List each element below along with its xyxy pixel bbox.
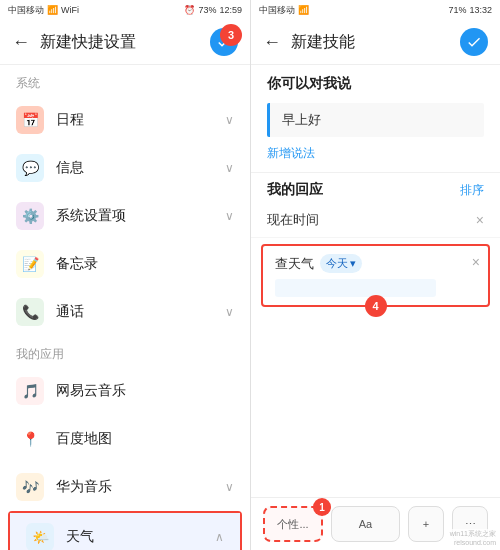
- page-title: 新建快捷设置: [40, 32, 210, 53]
- add-phrase-link[interactable]: 新增说法: [251, 141, 500, 172]
- right-top-bar: ← 新建技能: [251, 20, 500, 65]
- add-text-button[interactable]: Aa: [331, 506, 400, 542]
- response-title: 我的回应: [267, 181, 460, 199]
- call-icon: 📞: [16, 298, 44, 326]
- menu-item-huawei[interactable]: 🎶 华为音乐 ∨: [0, 463, 250, 511]
- r-battery-text: 71%: [448, 5, 466, 15]
- response-row: 查天气 今天 ▾ ×: [275, 254, 476, 273]
- speech-section-title: 你可以对我说: [251, 65, 500, 99]
- badge-4: 4: [365, 295, 387, 317]
- r-page-title: 新建技能: [291, 32, 460, 53]
- speech-phrase: 早上好: [282, 112, 321, 127]
- tag-arrow: ▾: [350, 257, 356, 270]
- response-sub-bar: [275, 279, 436, 297]
- right-panel: 中国移动 📶 71% 13:32 ← 新建技能 你可以对我说 早上好 新增说法 …: [250, 0, 500, 550]
- memo-label: 备忘录: [56, 255, 234, 273]
- today-tag[interactable]: 今天 ▾: [320, 254, 362, 273]
- r-signal-icon: 📶: [298, 5, 309, 15]
- left-panel: 中国移动 📶 WiFi ⏰ 73% 12:59 ← 新建快捷设置 3 系统 📅 …: [0, 0, 250, 550]
- menu-item-baidu[interactable]: 📍 百度地图: [0, 415, 250, 463]
- left-top-bar: ← 新建快捷设置 3: [0, 20, 250, 65]
- response-weather-text: 查天气: [275, 255, 314, 273]
- action-btn-container: 3: [210, 28, 238, 56]
- back-button[interactable]: ←: [12, 32, 30, 53]
- response-item-time[interactable]: 现在时间 ×: [251, 203, 500, 238]
- memo-icon: 📝: [16, 250, 44, 278]
- spacer: [251, 313, 500, 497]
- chevron-icon: ∨: [225, 480, 234, 494]
- chevron-icon: ∨: [225, 161, 234, 175]
- alarm-icon: ⏰: [184, 5, 195, 15]
- calendar-icon: 📅: [16, 106, 44, 134]
- r-time-text: 13:32: [469, 5, 492, 15]
- badge-1: 1: [313, 498, 331, 516]
- left-status-bar: 中国移动 📶 WiFi ⏰ 73% 12:59: [0, 0, 250, 20]
- section-system-label: 系统: [0, 65, 250, 96]
- menu-item-netease[interactable]: 🎵 网易云音乐: [0, 367, 250, 415]
- time-text: 12:59: [219, 5, 242, 15]
- menu-item-sms[interactable]: 💬 信息 ∨: [0, 144, 250, 192]
- remove-time-button[interactable]: ×: [476, 212, 484, 228]
- netease-label: 网易云音乐: [56, 382, 234, 400]
- weather-icon: 🌤️: [26, 523, 54, 550]
- bottom-action-btn[interactable]: +: [408, 506, 444, 542]
- netease-icon: 🎵: [16, 377, 44, 405]
- sort-button[interactable]: 排序: [460, 182, 484, 199]
- chevron-icon: ∨: [225, 209, 234, 223]
- baidu-label: 百度地图: [56, 430, 234, 448]
- r-confirm-button[interactable]: [460, 28, 488, 56]
- baidu-icon: 📍: [16, 425, 44, 453]
- badge-4-container: 4: [365, 295, 387, 317]
- speech-phrase-box: 早上好: [267, 103, 484, 137]
- personalize-label: 个性...: [277, 517, 308, 532]
- settings-icon: ⚙️: [16, 202, 44, 230]
- carrier-text: 中国移动: [8, 4, 44, 17]
- r-status-right: 71% 13:32: [448, 5, 492, 15]
- badge-3: 3: [220, 24, 242, 46]
- bottom-btn-1-container: 个性... 1: [263, 506, 323, 542]
- right-status-bar: 中国移动 📶 71% 13:32: [251, 0, 500, 20]
- chevron-up-icon: ∧: [215, 530, 224, 544]
- menu-item-weather[interactable]: 🌤️ 天气 ∧: [10, 513, 240, 550]
- chevron-icon: ∨: [225, 113, 234, 127]
- today-label: 今天: [326, 256, 348, 271]
- menu-item-calendar[interactable]: 📅 日程 ∨: [0, 96, 250, 144]
- menu-item-memo[interactable]: 📝 备忘录: [0, 240, 250, 288]
- r-back-button[interactable]: ←: [263, 32, 281, 53]
- sms-icon: 💬: [16, 154, 44, 182]
- chevron-icon: ∨: [225, 305, 234, 319]
- response-label-time: 现在时间: [267, 211, 476, 229]
- response-box-weather[interactable]: 查天气 今天 ▾ × 4: [261, 244, 490, 307]
- status-right: ⏰ 73% 12:59: [184, 5, 242, 15]
- wifi-icon: WiFi: [61, 5, 79, 15]
- menu-item-settings[interactable]: ⚙️ 系统设置项 ∨: [0, 192, 250, 240]
- watermark: win11系统之家relsound.com: [450, 529, 496, 546]
- battery-text: 73%: [198, 5, 216, 15]
- section-apps-label: 我的应用: [0, 336, 250, 367]
- response-section-header: 我的回应 排序: [251, 172, 500, 203]
- huawei-icon: 🎶: [16, 473, 44, 501]
- r-carrier-text: 中国移动: [259, 4, 295, 17]
- call-label: 通话: [56, 303, 225, 321]
- settings-label: 系统设置项: [56, 207, 225, 225]
- remove-weather-button[interactable]: ×: [472, 254, 480, 270]
- weather-label: 天气: [66, 528, 215, 546]
- signal-icon: 📶: [47, 5, 58, 15]
- status-left: 中国移动 📶 WiFi: [8, 4, 79, 17]
- weather-expanded-section: 🌤️ 天气 ∧ 查天气: [8, 511, 242, 550]
- sms-label: 信息: [56, 159, 225, 177]
- r-status-left: 中国移动 📶: [259, 4, 309, 17]
- left-content: 系统 📅 日程 ∨ 💬 信息 ∨ ⚙️ 系统设置项 ∨ 📝 备忘录 📞 通话 ∨…: [0, 65, 250, 550]
- huawei-label: 华为音乐: [56, 478, 225, 496]
- calendar-label: 日程: [56, 111, 225, 129]
- menu-item-call[interactable]: 📞 通话 ∨: [0, 288, 250, 336]
